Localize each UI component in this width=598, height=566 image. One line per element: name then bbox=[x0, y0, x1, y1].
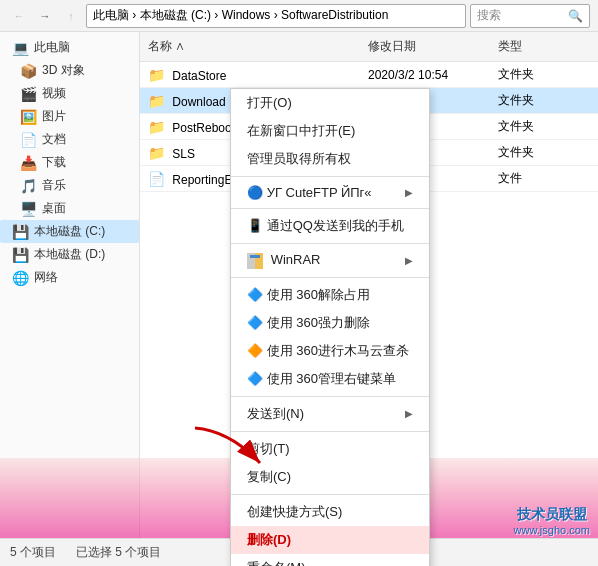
context-menu-create-shortcut[interactable]: 创建快捷方式(S) bbox=[231, 498, 429, 526]
file-list-header: 名称 ∧ 修改日期 类型 bbox=[140, 32, 598, 62]
col-header-date[interactable]: 修改日期 bbox=[360, 36, 490, 57]
context-menu: 打开(O) 在新窗口中打开(E) 管理员取得所有权 🔵 УГ CuteFTP Й… bbox=[230, 88, 430, 566]
music-icon: 🎵 bbox=[20, 178, 37, 194]
submenu-arrow-icon: ▶ bbox=[405, 187, 413, 198]
svg-rect-2 bbox=[250, 255, 260, 258]
sidebar-item-label: 下载 bbox=[42, 154, 66, 171]
sidebar-item-label: 音乐 bbox=[42, 177, 66, 194]
desktop-icon: 🖥️ bbox=[20, 201, 37, 217]
sidebar-item-label: 网络 bbox=[34, 269, 58, 286]
table-row[interactable]: 📁 DataStore 2020/3/2 10:54 文件夹 bbox=[140, 62, 598, 88]
path-text: 此电脑 › 本地磁盘 (C:) › Windows › SoftwareDist… bbox=[93, 7, 388, 24]
sidebar-item-local-d[interactable]: 💾 本地磁盘 (D:) bbox=[0, 243, 139, 266]
3d-icon: 📦 bbox=[20, 63, 37, 79]
sidebar-item-label: 视频 bbox=[42, 85, 66, 102]
context-menu-cuteftp[interactable]: 🔵 УГ CuteFTP ЙПг« ▶ bbox=[231, 180, 429, 205]
sidebar-item-label: 本地磁盘 (C:) bbox=[34, 223, 105, 240]
col-header-type[interactable]: 类型 bbox=[490, 36, 598, 57]
context-menu-360-virus[interactable]: 🔶 使用 360进行木马云查杀 bbox=[231, 337, 429, 365]
context-menu-divider bbox=[231, 396, 429, 397]
folder-icon: 📁 bbox=[148, 119, 165, 135]
sidebar-item-3d[interactable]: 📦 3D 对象 bbox=[0, 59, 139, 82]
sidebar-item-this-pc[interactable]: 💻 此电脑 bbox=[0, 36, 139, 59]
context-menu-send-to[interactable]: 发送到(N) ▶ bbox=[231, 400, 429, 428]
context-menu-360-unlock[interactable]: 🔷 使用 360解除占用 bbox=[231, 281, 429, 309]
search-bar[interactable]: 搜索 🔍 bbox=[470, 4, 590, 28]
context-menu-winrar[interactable]: WinRAR ▶ bbox=[231, 247, 429, 274]
sidebar-item-label: 3D 对象 bbox=[42, 62, 85, 79]
sidebar-item-music[interactable]: 🎵 音乐 bbox=[0, 174, 139, 197]
documents-icon: 📄 bbox=[20, 132, 37, 148]
context-menu-send-to-phone[interactable]: 📱 通过QQ发送到我的手机 bbox=[231, 212, 429, 240]
sidebar-item-pictures[interactable]: 🖼️ 图片 bbox=[0, 105, 139, 128]
context-menu-take-ownership[interactable]: 管理员取得所有权 bbox=[231, 145, 429, 173]
file-name: 📁 DataStore bbox=[140, 66, 360, 84]
context-menu-360-delete[interactable]: 🔷 使用 360强力删除 bbox=[231, 309, 429, 337]
forward-button[interactable]: → bbox=[34, 5, 56, 27]
file-type: 文件 bbox=[490, 169, 598, 188]
pictures-icon: 🖼️ bbox=[20, 109, 37, 125]
context-menu-360-menu[interactable]: 🔷 使用 360管理右键菜单 bbox=[231, 365, 429, 393]
sidebar-item-label: 图片 bbox=[42, 108, 66, 125]
context-menu-divider bbox=[231, 494, 429, 495]
file-type: 文件夹 bbox=[490, 143, 598, 162]
context-menu-cut[interactable]: 剪切(T) bbox=[231, 435, 429, 463]
local-d-icon: 💾 bbox=[12, 247, 29, 263]
folder-icon: 📁 bbox=[148, 145, 165, 161]
file-type: 文件夹 bbox=[490, 65, 598, 84]
file-type: 文件夹 bbox=[490, 91, 598, 110]
file-icon: 📄 bbox=[148, 171, 165, 187]
file-type: 文件夹 bbox=[490, 117, 598, 136]
address-bar[interactable]: 此电脑 › 本地磁盘 (C:) › Windows › SoftwareDist… bbox=[86, 4, 466, 28]
folder-icon: 📁 bbox=[148, 93, 165, 109]
submenu-arrow-icon: ▶ bbox=[405, 255, 413, 266]
downloads-icon: 📥 bbox=[20, 155, 37, 171]
context-menu-divider bbox=[231, 208, 429, 209]
sidebar-item-label: 桌面 bbox=[42, 200, 66, 217]
sidebar-item-documents[interactable]: 📄 文档 bbox=[0, 128, 139, 151]
network-icon: 🌐 bbox=[12, 270, 29, 286]
context-menu-divider bbox=[231, 277, 429, 278]
context-menu-divider bbox=[231, 431, 429, 432]
sidebar-item-video[interactable]: 🎬 视频 bbox=[0, 82, 139, 105]
titlebar: ← → ↑ 此电脑 › 本地磁盘 (C:) › Windows › Softwa… bbox=[0, 0, 598, 32]
context-menu-divider bbox=[231, 176, 429, 177]
up-button[interactable]: ↑ bbox=[60, 5, 82, 27]
file-date: 2020/3/2 10:54 bbox=[360, 67, 490, 83]
sidebar-item-label: 此电脑 bbox=[34, 39, 70, 56]
sidebar-item-network[interactable]: 🌐 网络 bbox=[0, 266, 139, 289]
context-menu-delete[interactable]: 删除(D) bbox=[231, 526, 429, 554]
context-menu-rename[interactable]: 重命名(M) bbox=[231, 554, 429, 566]
folder-icon: 📁 bbox=[148, 67, 165, 83]
search-placeholder: 搜索 bbox=[477, 7, 501, 24]
context-menu-open-new-window[interactable]: 在新窗口中打开(E) bbox=[231, 117, 429, 145]
sidebar-item-downloads[interactable]: 📥 下载 bbox=[0, 151, 139, 174]
back-button[interactable]: ← bbox=[8, 5, 30, 27]
sidebar-item-label: 本地磁盘 (D:) bbox=[34, 246, 105, 263]
sidebar-item-desktop[interactable]: 🖥️ 桌面 bbox=[0, 197, 139, 220]
context-menu-open[interactable]: 打开(O) bbox=[231, 89, 429, 117]
sidebar-item-label: 文档 bbox=[42, 131, 66, 148]
context-menu-copy[interactable]: 复制(C) bbox=[231, 463, 429, 491]
selected-count: 已选择 5 个项目 bbox=[76, 544, 161, 561]
search-icon: 🔍 bbox=[568, 9, 583, 23]
context-menu-divider bbox=[231, 243, 429, 244]
col-header-name[interactable]: 名称 ∧ bbox=[140, 36, 360, 57]
sidebar-item-local-c[interactable]: 💾 本地磁盘 (C:) bbox=[0, 220, 139, 243]
this-pc-icon: 💻 bbox=[12, 40, 29, 56]
local-c-icon: 💾 bbox=[12, 224, 29, 240]
video-icon: 🎬 bbox=[20, 86, 37, 102]
submenu-arrow-icon: ▶ bbox=[405, 408, 413, 419]
item-count: 5 个项目 bbox=[10, 544, 56, 561]
